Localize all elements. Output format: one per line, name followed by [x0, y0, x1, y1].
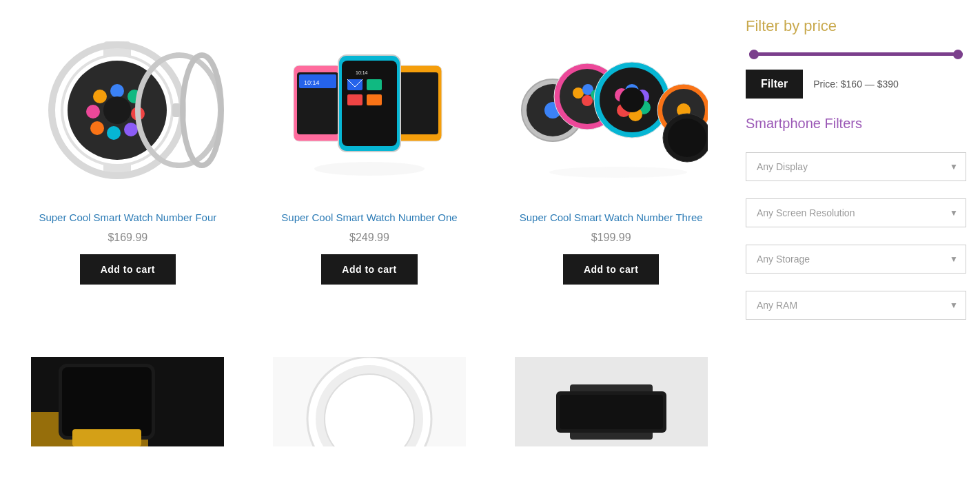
product-image-watch-three: [504, 21, 718, 200]
product-image-watch-four: [21, 21, 235, 200]
product-image-watch-one: 10:14 10:14 10:14: [263, 21, 477, 200]
svg-point-11: [90, 121, 104, 135]
product-card-watch-four: Super Cool Smart Watch Number Four $169.…: [14, 14, 242, 291]
svg-point-39: [573, 88, 584, 99]
sidebar: Filter by price Filter Price: $160 — $39…: [746, 14, 966, 494]
watch-bottom-dark-svg: [515, 357, 708, 446]
svg-rect-30: [367, 79, 382, 90]
products-area: Super Cool Smart Watch Number Four $169.…: [14, 14, 746, 494]
product-title-watch-four: Super Cool Smart Watch Number Four: [39, 210, 216, 225]
product-title-watch-three: Super Cool Smart Watch Number Three: [520, 210, 703, 225]
product-image-bottom-3: [504, 312, 718, 491]
storage-filter-wrapper: Any Storage ▼: [746, 245, 966, 274]
watch-three-svg: [515, 34, 708, 186]
product-card-bottom-1: [14, 305, 242, 494]
svg-point-51: [620, 88, 644, 112]
svg-point-9: [124, 123, 138, 136]
watch-bottom-gold-svg: [31, 357, 224, 446]
watch-four-svg: [31, 34, 224, 186]
price-range-text: Price: $160 — $390: [813, 79, 899, 90]
svg-text:10:14: 10:14: [356, 70, 368, 75]
price-slider-track[interactable]: [749, 52, 963, 56]
watch-bottom-white-svg: [273, 357, 466, 446]
by-price-text: by price: [779, 17, 837, 34]
product-grid: Super Cool Smart Watch Number Four $169.…: [14, 14, 725, 291]
add-to-cart-watch-four[interactable]: Add to cart: [80, 254, 176, 285]
product-card-bottom-3: [497, 305, 725, 494]
filter-by-price-title: Filter by price: [746, 17, 966, 35]
svg-rect-14: [172, 103, 181, 117]
ram-filter-wrapper: Any RAM ▼: [746, 291, 966, 320]
price-slider-thumb-right[interactable]: [953, 50, 963, 59]
svg-rect-31: [347, 94, 363, 105]
svg-point-33: [314, 162, 425, 176]
svg-point-10: [107, 126, 121, 140]
screen-res-filter-wrapper: Any Screen Resolution ▼: [746, 198, 966, 227]
svg-point-42: [582, 95, 593, 106]
smartphone-filters-title: Smartphone Filters: [746, 116, 966, 132]
watch-one-svg: 10:14 10:14 10:14: [273, 34, 466, 186]
filter-button[interactable]: Filter: [746, 70, 803, 99]
svg-point-13: [103, 96, 131, 124]
svg-rect-32: [367, 94, 382, 105]
filter-word: Filter: [746, 17, 779, 34]
ram-filter-select[interactable]: Any RAM: [746, 291, 966, 320]
storage-filter-select[interactable]: Any Storage: [746, 245, 966, 274]
product-card-watch-three: Super Cool Smart Watch Number Three $199…: [497, 14, 725, 291]
svg-point-56: [668, 119, 706, 157]
product-price-watch-one: $249.99: [349, 231, 389, 244]
product-image-bottom-2: [263, 312, 477, 491]
svg-rect-61: [62, 367, 152, 436]
price-slider-container: [746, 52, 966, 56]
add-to-cart-watch-three[interactable]: Add to cart: [563, 254, 659, 285]
display-filter-select[interactable]: Any Display: [746, 152, 966, 181]
svg-text:10:14: 10:14: [304, 79, 320, 86]
page-wrapper: Super Cool Smart Watch Number Four $169.…: [0, 0, 980, 494]
filter-row: Filter Price: $160 — $390: [746, 70, 966, 99]
svg-point-5: [93, 90, 107, 103]
svg-point-6: [110, 84, 124, 98]
product-image-bottom-1: [21, 312, 235, 491]
add-to-cart-watch-one[interactable]: Add to cart: [321, 254, 417, 285]
product-card-bottom-2: [256, 305, 484, 494]
bottom-product-row: [14, 305, 725, 494]
svg-point-57: [549, 167, 687, 178]
product-price-watch-four: $169.99: [108, 231, 147, 244]
product-card-watch-one: 10:14 10:14 10:14: [256, 14, 484, 291]
screen-res-filter-select[interactable]: Any Screen Resolution: [746, 198, 966, 227]
product-price-watch-three: $199.99: [591, 231, 631, 244]
svg-rect-70: [560, 395, 663, 429]
svg-rect-62: [72, 429, 141, 446]
svg-rect-29: [347, 79, 363, 90]
svg-rect-25: [397, 72, 438, 134]
display-filter-wrapper: Any Display ▼: [746, 152, 966, 181]
svg-point-12: [86, 105, 100, 119]
product-title-watch-one: Super Cool Smart Watch Number One: [281, 210, 457, 225]
svg-point-16: [183, 55, 221, 165]
price-slider-thumb-left[interactable]: [749, 50, 759, 59]
